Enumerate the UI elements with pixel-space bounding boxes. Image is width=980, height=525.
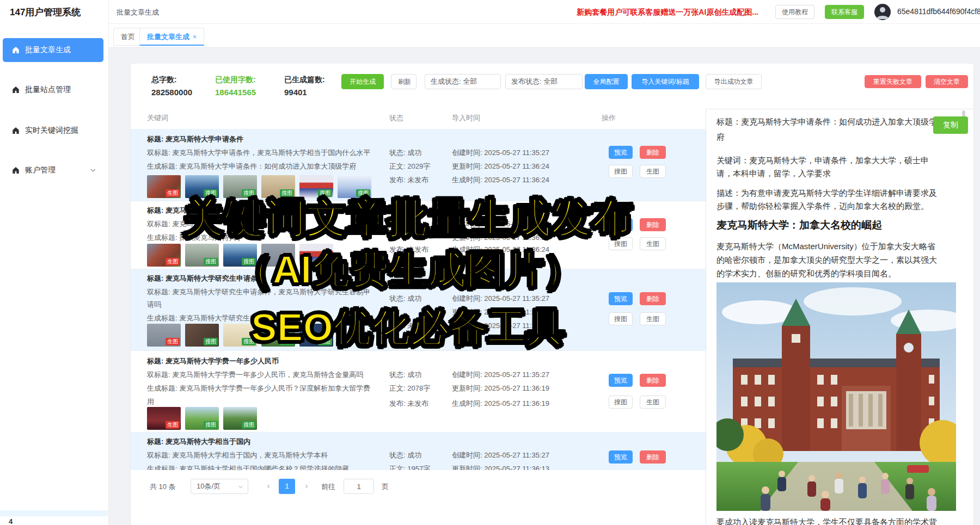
thumb-badge: 搜图: [318, 338, 332, 345]
promo-banner[interactable]: 新购套餐用户可联系客服赠送一万张AI原创生成配图...: [577, 8, 758, 17]
reset-failed-button[interactable]: 重置失败文章: [865, 75, 921, 88]
article-thumbnail[interactable]: 搜图: [185, 407, 219, 430]
contact-support-button[interactable]: 联系客服: [825, 5, 864, 19]
sidebar-item-keyword-mining[interactable]: 实时关键词挖掘: [3, 119, 103, 143]
refresh-button[interactable]: 刷新: [391, 74, 416, 89]
page-number-button[interactable]: 1: [279, 479, 295, 494]
preview-button[interactable]: 预览: [609, 146, 633, 159]
row-words: 正文: 2078字: [389, 384, 430, 393]
sidebar: 147用户管理系统 批量文章生成 批量站点管理 实时关键词挖掘 账户管理 4: [0, 0, 109, 525]
generate-status-select[interactable]: 生成状态: 全部: [425, 74, 501, 89]
row-publish: 发布: 未发布: [389, 321, 428, 331]
import-keywords-button[interactable]: 导入关键词/标题: [632, 74, 699, 89]
thumbnail-strip: 生图 搜图 搜图 搜图 搜图: [147, 244, 333, 267]
row-updated: 更新时间: 2025-05-27 11:36:24: [452, 162, 549, 171]
search-image-button[interactable]: 搜图: [609, 396, 633, 409]
goto-page-input[interactable]: [344, 479, 374, 494]
close-icon[interactable]: ×: [193, 33, 197, 41]
article-thumbnail[interactable]: 生图: [147, 407, 181, 430]
stat-total-label: 总字数:: [151, 75, 177, 85]
article-thumbnail[interactable]: 搜图: [261, 244, 295, 267]
row-updated: 更新时间: 2025-05-27 11:36:13: [452, 464, 549, 470]
generate-image-button[interactable]: 生图: [640, 312, 666, 325]
row-gen-title-2: 用: [147, 397, 154, 407]
tab-batch-article[interactable]: 批量文章生成×: [139, 28, 204, 46]
article-thumbnail[interactable]: 搜图: [299, 175, 333, 198]
row-created: 创建时间: 2025-05-27 11:35:27: [452, 450, 549, 460]
thumb-badge: 搜图: [242, 189, 256, 197]
page-size-select[interactable]: 10条/页: [191, 479, 248, 494]
article-thumbnail[interactable]: 生图: [147, 244, 181, 267]
thumbnail-strip: 生图 搜图 搜图 搜图 搜图: [147, 324, 333, 347]
table-row[interactable]: 标题: 麦克马斯特大学 双标题: 麦克马斯特大 生成标题: 探索麦克马斯特大学 …: [131, 201, 706, 269]
delete-button[interactable]: 删除: [640, 292, 666, 305]
preview-button[interactable]: 预览: [609, 292, 633, 305]
delete-button[interactable]: 删除: [640, 218, 666, 231]
delete-button[interactable]: 删除: [640, 146, 666, 159]
tab-home[interactable]: 首页: [113, 28, 143, 46]
next-page-button[interactable]: ›: [299, 479, 314, 494]
generate-image-button[interactable]: 生图: [640, 165, 666, 178]
table-row[interactable]: 标题: 麦克马斯特大学研究生申请条件 双标题: 麦克马斯特大学研究生申请条件，麦…: [131, 269, 706, 351]
sidebar-item-batch-article[interactable]: 批量文章生成: [3, 38, 103, 62]
preview-button[interactable]: 预览: [609, 374, 633, 387]
preview-button[interactable]: 预览: [609, 218, 633, 231]
start-generate-button[interactable]: 开始生成: [341, 74, 384, 89]
preview-keywords: 关键词：麦克马斯特大学，申请条件，加拿大大学，硕士申: [716, 156, 929, 166]
article-thumbnail[interactable]: 搜图: [299, 324, 333, 347]
article-thumbnail[interactable]: 生图: [147, 175, 181, 198]
article-thumbnail[interactable]: 搜图: [299, 244, 333, 267]
thumb-badge: 搜图: [318, 189, 332, 197]
sidebar-item-batch-site[interactable]: 批量站点管理: [3, 78, 103, 102]
article-thumbnail[interactable]: 搜图: [185, 244, 219, 267]
row-status: 状态: 成功: [389, 294, 421, 304]
sidebar-bottom-strip: [0, 510, 108, 516]
search-image-button[interactable]: 搜图: [609, 237, 633, 250]
sidebar-item-account[interactable]: 账户管理: [3, 158, 103, 182]
delete-button[interactable]: 删除: [640, 374, 666, 387]
preview-paragraph-2: 的哈密尔顿市，是加拿大顶尖的研究型大学之一，素以其强大: [716, 255, 937, 265]
article-thumbnail[interactable]: 生图: [147, 324, 181, 347]
clear-articles-button[interactable]: 清空文章: [926, 75, 968, 88]
article-thumbnail[interactable]: 搜图: [261, 324, 295, 347]
row-status: 状态: 成功: [389, 219, 421, 229]
prev-page-button[interactable]: ‹: [261, 479, 276, 494]
delete-button[interactable]: 删除: [640, 450, 666, 464]
article-thumbnail[interactable]: 搜图: [338, 175, 371, 198]
export-success-button[interactable]: 导出成功文章: [706, 74, 762, 89]
row-status: 状态: 成功: [389, 370, 421, 380]
thumb-badge: 生图: [166, 189, 180, 197]
thumb-badge: 搜图: [204, 258, 218, 265]
table-row[interactable]: 标题: 麦克马斯特大学相当于国内 双标题: 麦克马斯特大学相当于国内，麦克马斯特…: [131, 433, 706, 470]
preview-button[interactable]: 预览: [609, 450, 633, 464]
search-image-button[interactable]: 搜图: [609, 312, 633, 325]
row-updated: 更新时间: 2025-05-27 11:36:23: [452, 307, 549, 317]
article-thumbnail[interactable]: 搜图: [223, 175, 257, 198]
row-generated: 生成时间: 2025-05-27 11:36:24: [452, 175, 549, 185]
article-thumbnail[interactable]: 搜图: [185, 175, 219, 198]
sidebar-item-label: 批量站点管理: [25, 85, 71, 95]
publish-status-select[interactable]: 发布状态: 全部: [505, 74, 583, 89]
row-publish: 发布: 未发布: [389, 175, 428, 185]
row-dual-title-2: 请吗: [147, 300, 161, 310]
tutorial-button[interactable]: 使用教程: [775, 5, 814, 19]
copy-button[interactable]: 复制: [933, 116, 968, 134]
row-title: 标题: 麦克马斯特大学相当于国内: [147, 437, 250, 447]
col-header-status: 状态: [389, 113, 403, 123]
article-thumbnail[interactable]: 搜图: [223, 244, 257, 267]
global-config-button[interactable]: 全局配置: [585, 74, 628, 89]
row-gen-title: 生成标题: 探索麦克马斯特大学: [147, 233, 243, 243]
article-thumbnail[interactable]: 搜图: [223, 407, 257, 430]
table-row[interactable]: 标题: 麦克马斯特大学学费一年多少人民币 双标题: 麦克马斯特大学学费一年多少人…: [131, 351, 706, 433]
generate-image-button[interactable]: 生图: [640, 396, 666, 409]
row-updated: 更新时间: 2025-05-27 11:36:19: [452, 384, 549, 393]
generate-image-button[interactable]: 生图: [640, 237, 666, 250]
article-thumbnail[interactable]: 搜图: [261, 175, 295, 198]
table-row[interactable]: 标题: 麦克马斯特大学申请条件 双标题: 麦克马斯特大学申请条件，麦克马斯特大学…: [131, 129, 706, 201]
thumb-badge: 搜图: [280, 338, 294, 345]
avatar[interactable]: [874, 4, 891, 20]
search-image-button[interactable]: 搜图: [609, 165, 633, 178]
article-thumbnail[interactable]: 搜图: [223, 324, 257, 347]
article-thumbnail[interactable]: 搜图: [185, 324, 219, 347]
goto-suffix: 页: [382, 482, 389, 492]
